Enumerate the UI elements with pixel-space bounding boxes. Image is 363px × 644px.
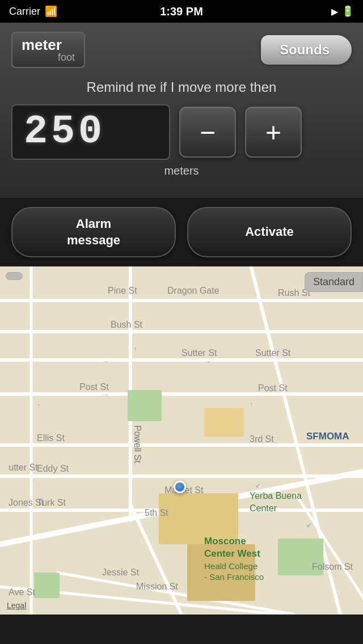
unit-primary-label: meter — [22, 37, 62, 52]
svg-text:Moscone: Moscone — [204, 536, 246, 546]
unit-toggle[interactable]: meter foot — [11, 32, 85, 68]
svg-text:Center West: Center West — [204, 548, 260, 559]
legal-label[interactable]: Legal — [7, 601, 26, 610]
svg-text:Sutter St: Sutter St — [255, 348, 291, 358]
svg-text:5th St: 5th St — [145, 508, 168, 518]
status-time: 1:39 PM — [160, 5, 203, 18]
svg-text:SFMOMA: SFMOMA — [306, 431, 349, 442]
svg-text:Mission St: Mission St — [136, 582, 178, 591]
remind-text: Remind me if I move more then — [11, 79, 352, 95]
map-type-toggle[interactable] — [6, 272, 23, 280]
svg-text:Folsom St: Folsom St — [312, 562, 353, 571]
battery-icon: 🔋 — [341, 5, 354, 18]
svg-text:Eddy St: Eddy St — [37, 464, 69, 473]
svg-text:Jones St: Jones St — [9, 498, 44, 507]
svg-text:- San Francisco: - San Francisco — [204, 572, 264, 582]
svg-rect-18 — [34, 573, 60, 598]
svg-text:Pine St: Pine St — [108, 286, 137, 295]
svg-text:Dragon Gate: Dragon Gate — [167, 286, 220, 295]
top-row: meter foot Sounds — [11, 32, 352, 68]
wifi-icon: 📶 — [45, 5, 57, 18]
action-row: Alarm message Activate — [0, 198, 363, 266]
location-icon: ▶ — [331, 6, 338, 17]
activate-button[interactable]: Activate — [187, 207, 352, 257]
alarm-message-button[interactable]: Alarm message — [11, 207, 176, 257]
svg-rect-16 — [128, 390, 162, 421]
svg-text:↙: ↙ — [306, 521, 312, 529]
svg-text:→: → — [102, 358, 109, 366]
svg-text:3rd St: 3rd St — [250, 434, 274, 444]
unit-secondary-label: foot — [58, 52, 75, 62]
svg-text:Ellis St: Ellis St — [37, 433, 65, 443]
svg-text:↑: ↑ — [250, 401, 253, 409]
svg-rect-21 — [204, 408, 244, 437]
svg-text:↑: ↑ — [37, 402, 40, 410]
svg-text:→: → — [102, 391, 109, 399]
distance-display: 250 — [11, 104, 170, 160]
svg-text:Jessie St: Jessie St — [102, 567, 139, 577]
svg-text:Heald College: Heald College — [204, 561, 258, 571]
svg-text:↙: ↙ — [255, 481, 261, 489]
svg-text:↑: ↑ — [133, 459, 137, 467]
status-bar: Carrier 📶 1:39 PM ▶ 🔋 — [0, 0, 363, 23]
decrement-button[interactable]: − — [179, 107, 236, 158]
value-row: 250 − + — [11, 104, 352, 160]
svg-text:Sutter St: Sutter St — [182, 348, 217, 358]
svg-text:Bush St: Bush St — [111, 320, 143, 329]
svg-text:Post St: Post St — [258, 383, 288, 393]
svg-text:Yerba Buena: Yerba Buena — [250, 491, 302, 501]
control-panel: meter foot Sounds Remind me if I move mo… — [0, 23, 363, 198]
svg-text:↑: ↑ — [133, 345, 137, 353]
sounds-button[interactable]: Sounds — [261, 35, 352, 65]
svg-text:Powell St: Powell St — [133, 425, 142, 463]
status-left: Carrier 📶 — [9, 5, 57, 18]
carrier-label: Carrier — [9, 6, 40, 18]
map-container: Pine St Dragon Gate Rush St Bush St Sutt… — [0, 266, 363, 615]
units-label: meters — [11, 164, 352, 177]
svg-text:Center: Center — [250, 503, 277, 513]
distance-value: 250 — [24, 112, 158, 152]
svg-text:Ave St: Ave St — [9, 587, 35, 597]
svg-text:→: → — [204, 358, 211, 366]
map-svg: Pine St Dragon Gate Rush St Bush St Sutt… — [0, 266, 363, 615]
increment-button[interactable]: + — [245, 107, 302, 158]
status-right: ▶ 🔋 — [331, 5, 354, 18]
map-standard-label[interactable]: Standard — [305, 272, 363, 292]
svg-text:utter St: utter St — [9, 463, 38, 472]
